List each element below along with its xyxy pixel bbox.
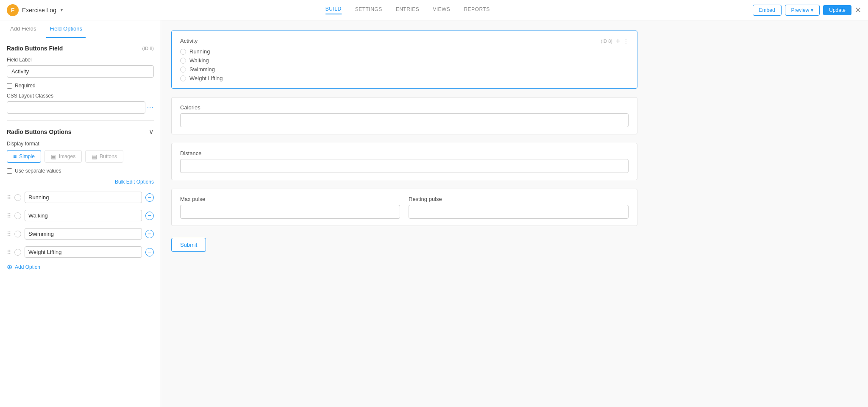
field-label-input[interactable] bbox=[7, 65, 154, 78]
separate-values-checkbox[interactable] bbox=[7, 168, 12, 174]
format-buttons-button[interactable]: ▤ Buttons bbox=[85, 150, 123, 163]
css-layout-label: CSS Layout Classes bbox=[7, 93, 154, 99]
radio-dot-walking bbox=[180, 58, 186, 64]
main-layout: Add Fields Field Options Radio Buttons F… bbox=[0, 20, 868, 407]
max-pulse-input[interactable] bbox=[180, 205, 400, 219]
radio-dot-weightlifting bbox=[180, 75, 186, 81]
required-checkbox[interactable] bbox=[7, 83, 12, 89]
option-input-weightlifting[interactable] bbox=[25, 246, 142, 258]
top-nav: BUILD SETTINGS ENTRIES VIEWS REPORTS bbox=[326, 6, 490, 14]
radio-option-swimming: Swimming bbox=[180, 66, 629, 72]
drag-handle-swimming[interactable]: ⠿ bbox=[7, 231, 11, 237]
radio-circle-swimming bbox=[14, 231, 21, 237]
css-layout-row: ··· bbox=[7, 101, 154, 114]
form-preview: Activity (ID 8) ✛ ⋮ Running Walking bbox=[171, 31, 637, 252]
format-simple-button[interactable]: ≡ Simple bbox=[7, 150, 41, 163]
option-input-swimming[interactable] bbox=[25, 228, 142, 240]
sidebar: Add Fields Field Options Radio Buttons F… bbox=[0, 20, 161, 407]
drag-handle-walking[interactable]: ⠿ bbox=[7, 212, 11, 219]
nav-build[interactable]: BUILD bbox=[326, 6, 342, 14]
calories-field-card[interactable]: Calories bbox=[171, 97, 637, 134]
drag-handle-weightlifting[interactable]: ⠿ bbox=[7, 249, 11, 256]
radio-label-weightlifting: Weight Lifting bbox=[189, 75, 223, 81]
activity-card-header: Activity (ID 8) ✛ ⋮ bbox=[180, 38, 629, 44]
distance-field-card[interactable]: Distance bbox=[171, 143, 637, 180]
resting-pulse-input[interactable] bbox=[409, 205, 629, 219]
tab-add-fields[interactable]: Add Fields bbox=[7, 20, 39, 38]
calories-input[interactable] bbox=[180, 113, 629, 127]
option-input-running[interactable] bbox=[25, 192, 142, 203]
collapse-button[interactable]: ∨ bbox=[149, 128, 154, 136]
required-label: Required bbox=[15, 83, 36, 89]
option-row-running: ⠿ − bbox=[7, 190, 154, 205]
app-brand: F Exercise Log ▾ bbox=[7, 4, 63, 16]
resting-pulse-field: Resting pulse bbox=[409, 196, 629, 219]
pulse-field-card: Max pulse Resting pulse bbox=[171, 189, 637, 226]
radio-option-weightlifting: Weight Lifting bbox=[180, 75, 629, 81]
radio-label-swimming: Swimming bbox=[189, 66, 215, 72]
css-layout-group: CSS Layout Classes ··· bbox=[7, 93, 154, 114]
close-button[interactable]: ✕ bbox=[855, 6, 861, 15]
radio-options-header: Radio Buttons Options ∨ bbox=[7, 128, 154, 136]
embed-button[interactable]: Embed bbox=[753, 5, 782, 16]
radio-label-running: Running bbox=[189, 48, 210, 55]
app-logo: F bbox=[7, 4, 19, 16]
option-row-weightlifting: ⠿ − bbox=[7, 245, 154, 259]
field-label-group: Field Label bbox=[7, 57, 154, 78]
format-options: ≡ Simple ▣ Images ▤ Buttons bbox=[7, 150, 154, 163]
add-option-label: Add Option bbox=[15, 264, 40, 270]
resting-pulse-label: Resting pulse bbox=[409, 196, 629, 202]
calories-label: Calories bbox=[180, 104, 629, 111]
format-images-button[interactable]: ▣ Images bbox=[45, 150, 82, 163]
max-pulse-field: Max pulse bbox=[180, 196, 400, 219]
radio-circle-weightlifting bbox=[14, 249, 21, 256]
remove-button-walking[interactable]: − bbox=[145, 212, 154, 220]
remove-button-weightlifting[interactable]: − bbox=[145, 248, 154, 256]
option-input-walking[interactable] bbox=[25, 210, 142, 221]
radio-circle-running bbox=[14, 194, 21, 201]
distance-input[interactable] bbox=[180, 159, 629, 173]
css-layout-dots-icon[interactable]: ··· bbox=[147, 104, 154, 112]
preview-button[interactable]: Preview ▾ bbox=[785, 5, 820, 16]
radio-option-running: Running bbox=[180, 48, 629, 55]
update-button[interactable]: Update bbox=[823, 5, 851, 15]
add-option-icon: ⊕ bbox=[7, 263, 12, 271]
submit-button[interactable]: Submit bbox=[171, 238, 206, 252]
drag-handle-running[interactable]: ⠿ bbox=[7, 194, 11, 201]
pulse-fields: Max pulse Resting pulse bbox=[180, 196, 629, 219]
nav-entries[interactable]: ENTRIES bbox=[396, 6, 420, 14]
max-pulse-label: Max pulse bbox=[180, 196, 400, 202]
section-divider bbox=[7, 120, 154, 121]
nav-views[interactable]: VIEWS bbox=[433, 6, 450, 14]
tab-field-options[interactable]: Field Options bbox=[46, 20, 86, 38]
format-images-label: Images bbox=[59, 153, 75, 159]
sidebar-content: Radio Buttons Field (ID 8) Field Label R… bbox=[0, 38, 161, 407]
remove-button-swimming[interactable]: − bbox=[145, 230, 154, 238]
activity-field-card[interactable]: Activity (ID 8) ✛ ⋮ Running Walking bbox=[171, 31, 637, 89]
field-section-header: Radio Buttons Field (ID 8) bbox=[7, 45, 154, 52]
content-area: Activity (ID 8) ✛ ⋮ Running Walking bbox=[161, 20, 868, 407]
separate-values-label: Use separate values bbox=[15, 168, 61, 174]
field-section-title: Radio Buttons Field bbox=[7, 45, 63, 52]
format-simple-icon: ≡ bbox=[13, 153, 17, 160]
app-title-dropdown-icon[interactable]: ▾ bbox=[61, 8, 63, 12]
app-title: Exercise Log bbox=[22, 7, 56, 14]
add-option-link[interactable]: ⊕ Add Option bbox=[7, 263, 154, 271]
css-layout-input[interactable] bbox=[7, 101, 145, 114]
menu-icon[interactable]: ⋮ bbox=[623, 38, 629, 44]
separate-values-row: Use separate values bbox=[7, 168, 154, 174]
format-buttons-icon: ▤ bbox=[92, 153, 97, 160]
option-row-swimming: ⠿ − bbox=[7, 226, 154, 241]
field-label-label: Field Label bbox=[7, 57, 154, 63]
bulk-edit-link[interactable]: Bulk Edit Options bbox=[7, 179, 154, 185]
format-buttons-label: Buttons bbox=[100, 153, 117, 159]
topbar-actions: Embed Preview ▾ Update ✕ bbox=[753, 5, 861, 16]
move-icon[interactable]: ✛ bbox=[616, 38, 620, 44]
nav-reports[interactable]: REPORTS bbox=[464, 6, 490, 14]
radio-circle-walking bbox=[14, 212, 21, 219]
radio-dot-running bbox=[180, 49, 186, 55]
format-simple-label: Simple bbox=[19, 153, 35, 159]
radio-dot-swimming bbox=[180, 67, 186, 72]
nav-settings[interactable]: SETTINGS bbox=[355, 6, 382, 14]
remove-button-running[interactable]: − bbox=[145, 193, 154, 202]
